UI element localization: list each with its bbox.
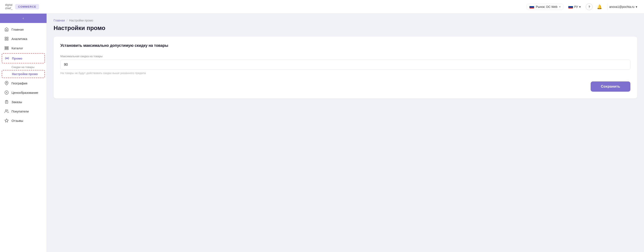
card-title: Установить максимально допустимую скидку… [60,43,630,48]
svg-rect-0 [5,37,6,39]
svg-point-8 [6,82,7,83]
discounts-sublabel: Скидки на товары [0,64,46,70]
sidebar-item-analytics[interactable]: Аналитика [0,34,46,43]
page-title: Настройки промо [54,25,637,32]
sidebar-item-label: География [12,81,28,85]
sidebar-item-catalog[interactable]: Каталог [0,43,46,53]
buyers-icon [4,109,9,114]
logo-area: digital chief_ COMMERCE [5,4,39,10]
svg-rect-1 [7,37,8,39]
flag-russia-icon [530,5,534,9]
sidebar-item-label: Аналитика [12,37,27,41]
sidebar-item-label: Каталог [12,46,23,50]
flag-ru-icon [568,5,573,9]
sidebar-item-buyers[interactable]: Покупатели [0,107,46,116]
chevron-lang-icon: ▾ [579,5,581,9]
field-group: Максимальная скидка на товары На товары … [60,55,630,75]
card-footer: Сохранить [60,81,630,92]
promo-settings-card: Установить максимально допустимую скидку… [54,37,637,98]
max-discount-input[interactable] [60,60,630,70]
sidebar-item-label: Покупатели [12,110,29,113]
sidebar-item-reviews[interactable]: Отзывы [0,116,46,125]
user-menu[interactable]: anova1@pochta.ru ▾ [607,4,639,10]
svg-point-7 [6,58,8,59]
orders-icon [4,100,9,104]
svg-rect-2 [5,39,6,40]
layout: ‹ Главная Аналитика [0,14,644,252]
sidebar-nav: Главная Аналитика Каталог [0,23,46,127]
lang-selector[interactable]: РУ ▾ [567,4,582,10]
breadcrumb-separator: / [66,19,68,22]
market-selector[interactable]: Рынок: DC Web ▾ [527,4,563,10]
sidebar-item-label: Отзывы [12,119,23,122]
promo-settings-section: Настройки промо [2,70,45,78]
sidebar-item-label: Заказы [12,100,22,104]
field-hint: На товары не будут действовать скидки вы… [60,72,630,75]
reviews-icon [4,118,9,123]
chevron-down-icon: ▾ [559,5,560,8]
sidebar-item-promo[interactable]: Промо [2,54,44,63]
sidebar: ‹ Главная Аналитика [0,14,47,252]
pricing-icon [4,90,9,95]
header-right: Рынок: DC Web ▾ РУ ▾ ? 🔔 anova1@pochta.r… [527,4,639,10]
field-label: Максимальная скидка на товары [60,55,630,58]
svg-point-11 [5,110,7,111]
sidebar-item-geography[interactable]: География [0,79,46,88]
chevron-user-icon: ▾ [636,5,637,9]
catalog-icon [4,46,9,50]
svg-rect-6 [5,49,8,50]
main-content: Главная / Настройки промо Настройки пром… [47,14,644,252]
commerce-badge: COMMERCE [15,4,39,9]
header: digital chief_ COMMERCE Рынок: DC Web ▾ … [0,0,644,14]
svg-marker-12 [5,119,8,122]
collapse-icon: ‹ [23,16,24,20]
sidebar-item-home[interactable]: Главная [0,25,46,34]
sidebar-item-orders[interactable]: Заказы [0,97,46,107]
promo-icon [5,56,9,61]
breadcrumb-current: Настройки промо [69,19,93,22]
sidebar-item-promo-settings[interactable]: Настройки промо [2,70,44,78]
notifications-bell-icon[interactable]: 🔔 [596,4,603,10]
geography-icon [4,81,9,86]
help-button[interactable]: ? [586,4,592,10]
sidebar-item-label: Ценообразование [12,91,38,94]
breadcrumb: Главная / Настройки промо [54,19,637,22]
sidebar-item-label: Главная [12,28,24,31]
save-button[interactable]: Сохранить [591,81,630,92]
sidebar-item-pricing[interactable]: Ценообразование [0,88,46,97]
sidebar-collapse-button[interactable]: ‹ [0,14,46,23]
analytics-icon [4,36,9,41]
sidebar-item-label: Промо [12,57,22,60]
breadcrumb-home-link[interactable]: Главная [54,19,65,22]
logo-text: digital chief_ [5,4,12,10]
svg-rect-3 [7,39,8,40]
promo-section: Промо [2,53,45,63]
svg-rect-10 [6,100,7,101]
svg-rect-4 [5,47,8,47]
home-icon [4,27,9,32]
svg-rect-5 [5,48,8,48]
